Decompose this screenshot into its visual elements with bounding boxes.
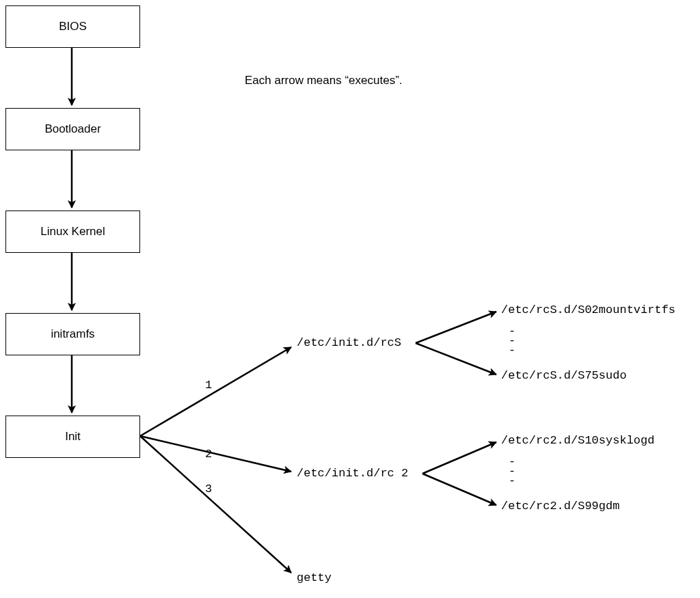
- dots-rc2: - - -: [509, 457, 515, 486]
- box-bootloader: Bootloader: [5, 108, 140, 150]
- box-initramfs: initramfs: [5, 313, 140, 355]
- edge-label-2: 2: [205, 448, 212, 461]
- arrow-rc2-last: [422, 474, 496, 505]
- text-rc2-first: /etc/rc2.d/S10sysklogd: [501, 434, 654, 447]
- dots-rcS: - - -: [509, 327, 515, 355]
- box-initramfs-label: initramfs: [51, 327, 94, 341]
- box-init: Init: [5, 416, 140, 458]
- arrow-init-getty: [140, 436, 291, 573]
- arrow-rcS-first: [416, 312, 496, 343]
- box-kernel: Linux Kernel: [5, 210, 140, 253]
- text-rc2: /etc/init.d/rc 2: [297, 467, 408, 480]
- box-bios: BIOS: [5, 5, 140, 48]
- text-rcS: /etc/init.d/rcS: [297, 336, 401, 349]
- arrow-rc2-first: [422, 442, 496, 474]
- box-init-label: Init: [65, 430, 81, 444]
- text-getty: getty: [297, 571, 332, 584]
- arrow-rcS-last: [416, 343, 496, 375]
- arrow-init-rc2: [140, 436, 291, 472]
- box-kernel-label: Linux Kernel: [40, 225, 105, 239]
- box-bios-label: BIOS: [59, 20, 87, 33]
- caption-text: Each arrow means “executes”.: [245, 74, 403, 87]
- text-rcS-last: /etc/rcS.d/S75sudo: [501, 369, 627, 382]
- box-bootloader-label: Bootloader: [44, 122, 100, 136]
- edge-label-3: 3: [205, 483, 212, 495]
- text-rc2-last: /etc/rc2.d/S99gdm: [501, 500, 619, 513]
- arrow-init-rcS: [140, 347, 291, 436]
- text-rcS-first: /etc/rcS.d/S02mountvirtfs: [501, 303, 675, 316]
- edge-label-1: 1: [205, 379, 212, 392]
